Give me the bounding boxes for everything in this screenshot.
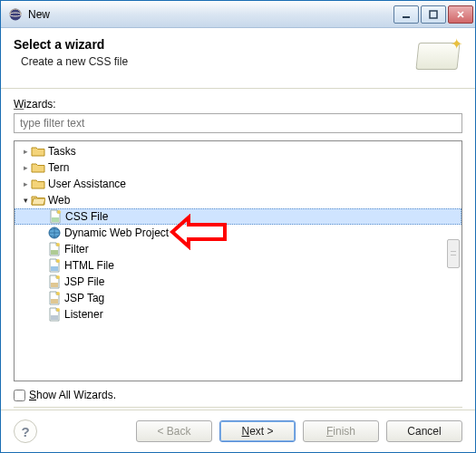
svg-rect-13 xyxy=(51,299,58,304)
svg-point-5 xyxy=(57,210,61,214)
wizard-tree[interactable]: ▸ Tasks▸ Tern▸ User Assistance▾ Web CSS … xyxy=(14,140,462,381)
html-file-icon xyxy=(47,258,62,273)
tree-item[interactable]: Listener xyxy=(15,306,461,323)
window-title: New xyxy=(28,8,393,21)
filter-file-icon xyxy=(47,242,62,256)
finish-button[interactable]: Finish xyxy=(303,420,379,442)
listener-file-icon xyxy=(47,307,62,322)
tree-item-label: CSS File xyxy=(65,210,108,223)
expand-arrow-icon[interactable]: ▾ xyxy=(20,196,31,205)
tree-item[interactable]: Dynamic Web Project xyxy=(15,225,461,241)
expand-arrow-icon[interactable]: ▸ xyxy=(20,147,31,156)
tree-item[interactable]: HTML File xyxy=(15,257,461,274)
svg-rect-11 xyxy=(51,283,58,287)
filter-input[interactable] xyxy=(14,113,462,133)
svg-rect-3 xyxy=(430,11,437,18)
titlebar[interactable]: New xyxy=(1,1,475,28)
cancel-button[interactable]: Cancel xyxy=(386,420,462,442)
tree-item[interactable]: JSP File xyxy=(15,274,461,290)
tree-item-label: Dynamic Web Project xyxy=(64,226,169,239)
tree-item-label: JSP File xyxy=(64,275,104,288)
tree-folder[interactable]: ▾ Web xyxy=(15,192,461,208)
app-icon xyxy=(8,7,23,22)
svg-point-14 xyxy=(56,292,60,295)
tree-folder[interactable]: ▸ Tasks xyxy=(15,143,461,159)
wizard-banner-icon: ✦ xyxy=(408,37,462,75)
tree-item-label: Web xyxy=(48,194,70,207)
tree-item-label: Filter xyxy=(64,243,89,255)
css-file-icon xyxy=(48,209,63,224)
tree-folder[interactable]: ▸ User Assistance xyxy=(15,176,461,192)
tree-folder[interactable]: ▸ Tern xyxy=(15,159,461,176)
minimize-button[interactable] xyxy=(393,5,419,24)
globe-file-icon xyxy=(47,226,62,240)
show-all-wizards-checkbox[interactable] xyxy=(14,390,25,401)
tree-item-label: Tasks xyxy=(48,145,76,158)
tree-item-label: HTML File xyxy=(64,259,114,272)
svg-rect-7 xyxy=(51,250,58,255)
tree-item[interactable]: JSP Tag xyxy=(15,290,461,306)
tree-item[interactable]: CSS File xyxy=(15,208,461,225)
header-title: Select a wizard xyxy=(14,37,408,52)
tree-item-label: JSP Tag xyxy=(64,292,104,304)
dialog-header: Select a wizard Create a new CSS file ✦ xyxy=(1,28,475,89)
close-button[interactable] xyxy=(448,5,473,24)
svg-rect-4 xyxy=(52,217,59,222)
jsp-file-icon xyxy=(47,275,62,289)
svg-rect-9 xyxy=(51,266,58,271)
folder-icon xyxy=(31,160,45,175)
folder-open-icon xyxy=(31,193,45,207)
tree-item-label: Listener xyxy=(64,308,103,321)
help-button[interactable]: ? xyxy=(14,419,37,443)
svg-rect-2 xyxy=(403,16,410,18)
show-all-wizards-label[interactable]: Show All Wizards. xyxy=(29,389,116,401)
maximize-button[interactable] xyxy=(421,5,446,24)
scrollbar-thumb[interactable] xyxy=(447,239,460,268)
dialog-window: New Select a wizard Create a new CSS fil… xyxy=(0,0,476,453)
tree-item[interactable]: Filter xyxy=(15,241,461,257)
jsptag-file-icon xyxy=(47,291,62,305)
svg-point-8 xyxy=(56,243,60,246)
wizards-label: Wizards: xyxy=(14,98,462,111)
separator xyxy=(14,407,462,408)
svg-point-12 xyxy=(56,275,60,279)
svg-rect-15 xyxy=(51,315,58,320)
tree-item-label: User Assistance xyxy=(48,178,126,190)
svg-point-10 xyxy=(56,259,60,263)
svg-point-16 xyxy=(56,308,60,312)
folder-icon xyxy=(31,144,45,159)
tree-item-label: Tern xyxy=(48,161,69,174)
next-button[interactable]: Next > xyxy=(219,420,296,442)
header-subtitle: Create a new CSS file xyxy=(14,55,408,68)
expand-arrow-icon[interactable]: ▸ xyxy=(20,163,31,172)
expand-arrow-icon[interactable]: ▸ xyxy=(20,179,31,188)
dialog-footer: ? < Back Next > Finish Cancel xyxy=(1,410,475,452)
folder-icon xyxy=(31,177,45,191)
back-button[interactable]: < Back xyxy=(136,420,212,442)
